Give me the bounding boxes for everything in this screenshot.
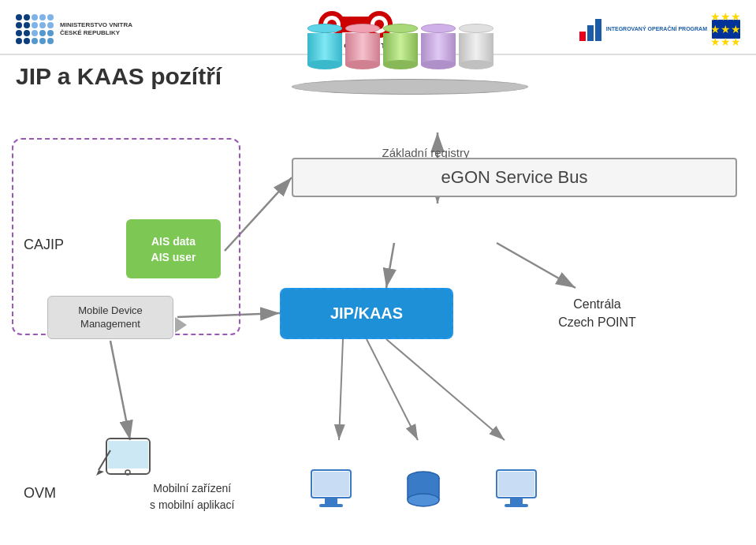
ais-box: AIS data AIS user	[126, 219, 221, 278]
svg-point-33	[408, 494, 439, 506]
cylinder-green	[383, 24, 418, 69]
jipkaas-box: JIP/KAAS	[280, 288, 453, 339]
mdm-label-line1: Mobile Device	[78, 304, 143, 318]
egon-service-bus-box: eGON Service Bus	[292, 158, 737, 197]
iop-bars-icon	[579, 17, 601, 41]
mdm-arrow-icon	[175, 317, 187, 333]
ais-user-label: AIS user	[151, 251, 196, 263]
svg-rect-26	[313, 472, 349, 496]
egon-label: eGON Service Bus	[441, 167, 588, 188]
svg-line-14	[497, 243, 575, 288]
databases	[307, 24, 493, 69]
svg-rect-27	[325, 498, 337, 504]
centrala-box: Centrála Czech POINT	[536, 288, 658, 339]
centrala-line1: Centrála	[573, 297, 620, 311]
ais-data-label: AIS data	[151, 235, 196, 248]
mv-text: MINISTERSTVO VNITRA ČESKÉ REPUBLIKY	[60, 21, 132, 38]
page-title: JIP a KAAS pozítří	[16, 63, 222, 90]
svg-line-19	[386, 339, 505, 440]
svg-line-17	[339, 339, 343, 440]
svg-rect-35	[498, 472, 534, 496]
svg-line-16	[110, 341, 130, 440]
iop-text: INTEGROVANÝ OPERAČNÍ PROGRAM	[606, 25, 707, 33]
mv-logo: MINISTERSTVO VNITRA ČESKÉ REPUBLIKY	[16, 14, 132, 44]
iop-logo: INTEGROVANÝ OPERAČNÍ PROGRAM ★★★★★★★★★	[579, 17, 740, 41]
mdm-box: Mobile Device Management	[47, 296, 173, 339]
centrala-label: Centrála Czech POINT	[558, 296, 636, 331]
svg-rect-36	[510, 498, 523, 504]
ovm-label: OVM	[24, 485, 56, 502]
mobilni-line1: Mobilní zařízení	[153, 482, 231, 495]
mobilni-label: Mobilní zařízení s mobilní aplikací	[150, 480, 234, 513]
jipkaas-label: JIP/KAAS	[330, 304, 403, 323]
computer-icon-2	[493, 466, 540, 517]
eu-flag-icon: ★★★★★★★★★	[712, 20, 740, 39]
svg-line-18	[367, 339, 418, 440]
cylinder-purple	[421, 24, 456, 69]
mv-dots-icon	[16, 14, 54, 44]
svg-rect-28	[319, 504, 343, 507]
svg-rect-37	[505, 504, 528, 507]
centrala-line2: Czech POINT	[558, 315, 636, 329]
mdm-label-line2: Management	[80, 318, 140, 331]
svg-marker-24	[96, 470, 104, 476]
computer-icon-1	[307, 466, 355, 517]
computer-group	[307, 466, 540, 517]
mobilni-line2: s mobilní aplikací	[150, 498, 234, 511]
cajip-label: CAJIP	[24, 237, 64, 253]
svg-rect-21	[108, 441, 148, 468]
cylinder-cyan	[307, 24, 342, 69]
cylinder-white	[459, 24, 493, 69]
db-platform	[292, 79, 528, 95]
svg-line-13	[386, 243, 394, 288]
database-icon	[402, 466, 445, 517]
cylinder-pink	[345, 24, 380, 69]
